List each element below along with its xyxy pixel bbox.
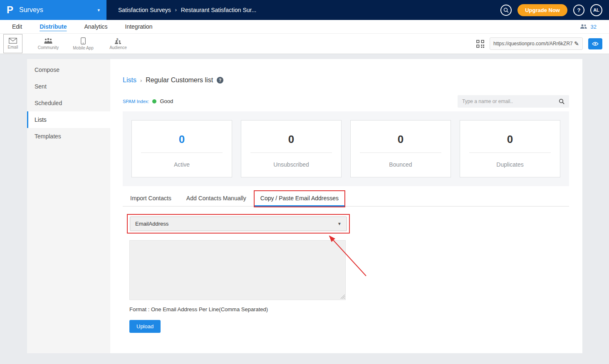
stat-value: 0 (288, 133, 294, 146)
field-dropdown[interactable]: EmailAddress ▼ (130, 216, 347, 231)
breadcrumb-current: Restaurant Satisfaction Sur... (181, 7, 256, 13)
format-hint: Format : One Email Address Per Line(Comm… (129, 306, 268, 312)
stat-label: Bounced (389, 161, 412, 168)
channel-toolbar: Email Community Mobile App $ Audience ht… (0, 34, 609, 54)
product-name: Surveys (19, 6, 97, 14)
stat-card-active: 0 Active (131, 120, 232, 177)
tab-add-contacts-manually[interactable]: Add Contacts Manually (179, 190, 254, 206)
lists-panel: Lists › Regular Customers list ? SPAM In… (110, 59, 582, 353)
email-addresses-textarea[interactable] (129, 240, 346, 300)
stat-value: 0 (179, 133, 185, 146)
chevron-right-icon: › (140, 77, 142, 84)
channel-label: Email (7, 45, 18, 49)
list-name: Regular Customers list (146, 76, 213, 84)
annotation-box-dropdown: EmailAddress ▼ (127, 214, 350, 234)
stat-card-duplicates: 0 Duplicates (460, 120, 560, 177)
tab-integration[interactable]: Integration (125, 23, 153, 30)
chevron-down-icon: ▼ (337, 221, 342, 226)
search-button[interactable] (500, 5, 512, 16)
breadcrumb: Satisfaction Surveys › Restaurant Satisf… (118, 7, 500, 13)
divider (250, 152, 332, 153)
channel-mobile-app[interactable]: Mobile App (66, 37, 101, 50)
questionpro-logo: P (7, 4, 13, 16)
sidebar-item-lists[interactable]: Lists (27, 111, 110, 128)
top-bar: P Surveys ▾ Satisfaction Surveys › Resta… (0, 0, 609, 20)
channel-label: Audience (109, 45, 127, 50)
upload-button[interactable]: Upload (129, 320, 161, 333)
annotation-box-active-tab: Copy / Paste Email Addresses (254, 190, 345, 207)
spam-index-label: SPAM Index: (123, 99, 149, 104)
sidebar-item-sent[interactable]: Sent (27, 78, 110, 95)
sidebar-item-scheduled[interactable]: Scheduled (27, 95, 110, 111)
contact-search-input[interactable] (462, 98, 559, 104)
avatar[interactable]: AL (590, 4, 602, 16)
survey-url-field[interactable]: https://questionpro.com/t/ARr6kZR7 ✎ (490, 37, 583, 50)
people-icon (580, 24, 587, 29)
channel-email[interactable]: Email (3, 34, 22, 53)
chevron-down-icon: ▾ (97, 7, 100, 13)
stat-value: 0 (398, 133, 404, 146)
upgrade-now-button[interactable]: Upgrade Now (517, 4, 567, 16)
email-icon (9, 38, 17, 44)
breadcrumb-lists-link[interactable]: Lists (123, 76, 136, 84)
add-contacts-tabs: Import Contacts Add Contacts Manually Co… (123, 190, 569, 207)
collaborators-control[interactable]: 32 (580, 24, 597, 30)
preview-button[interactable] (588, 38, 602, 49)
email-textarea-wrap (129, 240, 346, 300)
topbar-actions: Upgrade Now ? AL (500, 4, 602, 16)
contact-stats: 0 Active 0 Unsubscribed 0 Bounced 0 Dupl… (123, 111, 569, 186)
tab-analytics[interactable]: Analytics (84, 23, 107, 30)
divider (141, 152, 223, 153)
list-breadcrumb: Lists › Regular Customers list ? (123, 76, 223, 84)
survey-nav: Edit Distribute Analytics Integration 32 (0, 20, 609, 34)
spam-status: Good (160, 98, 173, 104)
channel-label: Community (38, 45, 59, 50)
divider (360, 152, 442, 153)
qr-code-icon (476, 40, 484, 48)
collaborators-count: 32 (591, 24, 597, 30)
spam-index: SPAM Index: Good (123, 98, 173, 104)
stat-card-unsubscribed: 0 Unsubscribed (241, 120, 342, 177)
edit-url-icon[interactable]: ✎ (574, 40, 579, 47)
stat-card-bounced: 0 Bounced (350, 120, 451, 177)
chevron-right-icon: › (175, 7, 177, 13)
product-switcher[interactable]: P Surveys ▾ (0, 0, 106, 20)
tab-import-contacts[interactable]: Import Contacts (123, 190, 179, 206)
stat-label: Unsubscribed (273, 161, 309, 168)
distribute-sidebar: Compose Sent Scheduled Lists Templates (27, 59, 110, 353)
tab-edit[interactable]: Edit (12, 23, 22, 30)
tab-distribute[interactable]: Distribute (40, 23, 67, 30)
contact-search (458, 95, 569, 108)
search-icon (503, 7, 509, 13)
survey-url: https://questionpro.com/t/ARr6kZR7 (493, 41, 574, 47)
stat-label: Active (174, 161, 190, 168)
stat-label: Duplicates (496, 161, 523, 168)
qr-code-button[interactable] (476, 40, 484, 48)
field-dropdown-value: EmailAddress (135, 221, 168, 227)
list-help-icon[interactable]: ? (217, 77, 223, 84)
toolbar-right: https://questionpro.com/t/ARr6kZR7 ✎ (476, 37, 602, 50)
stat-value: 0 (507, 133, 513, 146)
audience-icon: $ (114, 37, 123, 44)
community-icon (44, 38, 53, 44)
status-dot-icon (152, 99, 156, 103)
eye-icon (592, 42, 599, 46)
help-button[interactable]: ? (573, 5, 584, 16)
breadcrumb-parent[interactable]: Satisfaction Surveys (118, 7, 171, 13)
channel-community[interactable]: Community (31, 38, 66, 50)
sidebar-item-templates[interactable]: Templates (27, 128, 110, 145)
channel-label: Mobile App (73, 46, 93, 50)
channel-audience[interactable]: $ Audience (101, 37, 136, 50)
tab-copy-paste-email-addresses[interactable]: Copy / Paste Email Addresses (255, 191, 344, 207)
search-icon[interactable] (559, 98, 564, 104)
divider (469, 152, 551, 153)
mobile-phone-icon (81, 37, 86, 44)
sidebar-item-compose[interactable]: Compose (27, 61, 110, 78)
